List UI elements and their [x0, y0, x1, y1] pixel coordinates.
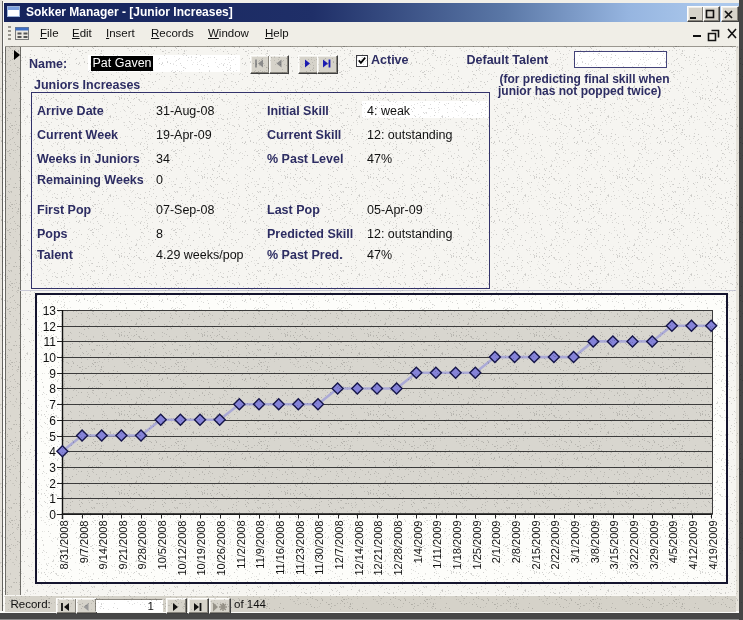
svg-text:3/22/2009: 3/22/2009 — [628, 521, 640, 570]
svg-text:11/23/2008: 11/23/2008 — [294, 521, 306, 575]
svg-text:2/8/2009: 2/8/2009 — [510, 521, 522, 564]
svg-text:3/29/2009: 3/29/2009 — [648, 521, 660, 570]
svg-text:5: 5 — [49, 430, 56, 444]
svg-text:8: 8 — [49, 382, 56, 396]
svg-text:9/21/2008: 9/21/2008 — [117, 521, 129, 570]
svg-text:10/5/2008: 10/5/2008 — [156, 521, 168, 570]
svg-text:11/30/2008: 11/30/2008 — [313, 521, 325, 575]
svg-text:12/21/2008: 12/21/2008 — [372, 521, 384, 576]
svg-text:3/15/2009: 3/15/2009 — [608, 521, 620, 570]
svg-text:11/9/2008: 11/9/2008 — [254, 521, 266, 569]
svg-text:2/15/2009: 2/15/2009 — [530, 521, 542, 570]
svg-text:11/16/2008: 11/16/2008 — [274, 521, 286, 575]
svg-text:4/19/2009: 4/19/2009 — [707, 521, 719, 570]
svg-text:3/8/2009: 3/8/2009 — [589, 521, 601, 564]
svg-text:3: 3 — [49, 461, 56, 475]
svg-text:10/19/2008: 10/19/2008 — [195, 521, 207, 576]
svg-text:1: 1 — [49, 492, 56, 506]
svg-text:2: 2 — [49, 477, 56, 491]
svg-text:4/5/2009: 4/5/2009 — [667, 521, 679, 564]
svg-text:2/1/2009: 2/1/2009 — [490, 521, 502, 564]
svg-text:12/14/2008: 12/14/2008 — [353, 521, 365, 576]
svg-text:12/28/2008: 12/28/2008 — [392, 521, 404, 576]
svg-text:9/7/2008: 9/7/2008 — [78, 521, 90, 564]
svg-text:3/1/2009: 3/1/2009 — [569, 521, 581, 564]
svg-text:4/12/2009: 4/12/2009 — [687, 521, 699, 570]
svg-text:9/28/2008: 9/28/2008 — [136, 521, 148, 570]
svg-text:12/7/2008: 12/7/2008 — [333, 521, 345, 570]
svg-text:9/14/2008: 9/14/2008 — [97, 521, 109, 570]
svg-text:8/31/2008: 8/31/2008 — [58, 521, 70, 570]
svg-text:10/12/2008: 10/12/2008 — [176, 521, 188, 576]
svg-text:1/4/2009: 1/4/2009 — [412, 521, 424, 564]
svg-text:6: 6 — [49, 414, 56, 428]
svg-text:9: 9 — [49, 367, 56, 381]
svg-text:1/11/2009: 1/11/2009 — [431, 521, 443, 569]
svg-text:0: 0 — [49, 508, 56, 522]
svg-text:1/25/2009: 1/25/2009 — [471, 521, 483, 570]
svg-text:10: 10 — [43, 351, 57, 365]
svg-text:1/18/2009: 1/18/2009 — [451, 521, 463, 570]
svg-text:11: 11 — [44, 335, 57, 349]
svg-text:13: 13 — [43, 304, 57, 318]
svg-text:7: 7 — [49, 398, 56, 412]
svg-text:11/2/2008: 11/2/2008 — [235, 521, 247, 569]
svg-text:10/26/2008: 10/26/2008 — [215, 521, 227, 576]
svg-text:2/22/2009: 2/22/2009 — [549, 521, 561, 570]
svg-text:4: 4 — [49, 445, 56, 459]
svg-text:12: 12 — [43, 320, 57, 334]
